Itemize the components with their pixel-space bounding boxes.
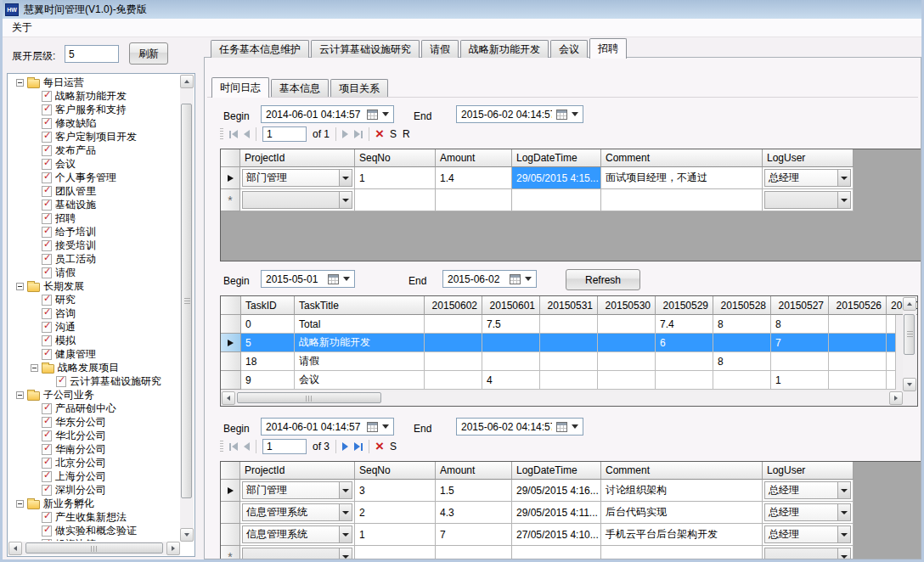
tree-item[interactable]: 云计算基础设施研究: [9, 374, 179, 388]
grid-cell[interactable]: [436, 546, 512, 559]
column-header[interactable]: SeqNo: [355, 462, 436, 480]
move-last-button[interactable]: [354, 442, 363, 451]
tree-item[interactable]: 新业务孵化: [9, 497, 179, 510]
chevron-down-icon[interactable]: [339, 525, 352, 543]
collapse-icon[interactable]: [16, 391, 24, 399]
grid-cell[interactable]: [598, 334, 656, 352]
move-next-button[interactable]: [342, 130, 348, 138]
menu-about[interactable]: 关于: [3, 18, 42, 37]
grid-cell[interactable]: [887, 371, 896, 390]
scroll-left-icon[interactable]: [222, 391, 235, 405]
grid-cell[interactable]: [355, 189, 436, 211]
grid-cell[interactable]: [771, 352, 829, 371]
grid-cell[interactable]: [601, 189, 763, 211]
move-previous-button[interactable]: [244, 442, 250, 451]
grid-cell[interactable]: [482, 352, 540, 371]
tree-item[interactable]: 请假: [9, 266, 179, 279]
grid-cell[interactable]: 1.4: [436, 167, 512, 189]
grid-cell[interactable]: 29/05/2015 4:16...: [512, 480, 601, 502]
column-header[interactable]: SeqNo: [355, 149, 436, 167]
begin-datetime-picker[interactable]: 2014-06-01 04:14:57: [261, 418, 394, 436]
tree-item[interactable]: 咨询: [9, 306, 179, 320]
scroll-down-icon[interactable]: [180, 528, 194, 542]
grid-cell[interactable]: Total: [295, 315, 425, 334]
scroll-up-icon[interactable]: [180, 75, 194, 88]
row-header[interactable]: [221, 480, 240, 502]
grid-cell[interactable]: [887, 352, 896, 371]
end-datetime-picker[interactable]: 2015-06-02 04:14:57: [456, 105, 583, 123]
tree-item[interactable]: 长期发展: [9, 279, 179, 293]
chevron-down-icon[interactable]: [837, 503, 851, 521]
scroll-right-icon[interactable]: [166, 542, 180, 555]
row-header[interactable]: [221, 524, 240, 546]
tab-task-info[interactable]: 任务基本信息维护: [211, 40, 309, 58]
user-combo[interactable]: 总经理: [763, 502, 854, 524]
grid-cell[interactable]: 1.5: [436, 480, 512, 502]
toolbar-grip[interactable]: [220, 128, 223, 141]
grid-cell[interactable]: [482, 334, 540, 352]
chevron-down-icon[interactable]: [339, 191, 352, 209]
column-header[interactable]: Amount: [436, 462, 512, 480]
grid-cell[interactable]: 18: [241, 352, 295, 371]
grid-cell[interactable]: 1: [355, 167, 436, 189]
grid-cell[interactable]: 29/05/2015 4:11...: [512, 502, 601, 524]
tree-item[interactable]: 模拟: [9, 334, 179, 347]
grid-cell[interactable]: [512, 546, 601, 559]
tab-leave[interactable]: 请假: [421, 40, 459, 58]
tab-project-relation[interactable]: 项目关系: [330, 79, 388, 97]
end-datetime-picker[interactable]: 2015-06-02 04:14:57: [456, 418, 583, 436]
tree-item[interactable]: 研究: [9, 293, 179, 306]
grid-cell[interactable]: 8: [713, 352, 771, 371]
tree-item[interactable]: 产生收集新想法: [9, 510, 179, 524]
scroll-left-icon[interactable]: [8, 542, 22, 555]
chevron-down-icon[interactable]: [572, 424, 578, 429]
column-header[interactable]: 20150602: [425, 296, 482, 315]
row-header[interactable]: *: [221, 189, 240, 211]
grid-vertical-scrollbar[interactable]: [903, 297, 916, 391]
grid-cell[interactable]: 27/05/2015 4:10...: [512, 524, 601, 546]
delete-icon[interactable]: ×: [375, 128, 384, 140]
row-header[interactable]: [221, 167, 240, 189]
grid-cell[interactable]: 1: [771, 371, 829, 390]
grid-cell[interactable]: 面试项目经理，不通过: [601, 167, 763, 189]
tab-recruiting[interactable]: 招聘: [589, 38, 627, 59]
move-first-button[interactable]: [229, 442, 238, 451]
grid-cell[interactable]: 7.4: [656, 315, 713, 334]
grid-cell[interactable]: 7: [436, 524, 512, 546]
tree-item[interactable]: 产品研创中心: [9, 402, 179, 415]
tree-item[interactable]: 做实验和概念验证: [9, 524, 179, 537]
grid-cell[interactable]: 讨论组织架构: [601, 480, 763, 502]
tab-meeting[interactable]: 会议: [550, 40, 588, 58]
grid-hscroll-thumb[interactable]: [237, 392, 381, 403]
tree-item[interactable]: 子公司业务: [9, 388, 179, 402]
tree-item[interactable]: 员工活动: [9, 252, 179, 266]
grid-cell[interactable]: [355, 546, 436, 559]
grid-cell[interactable]: 6: [656, 334, 713, 352]
tree-item[interactable]: 会议: [9, 157, 179, 171]
grid-cell[interactable]: [887, 334, 896, 352]
project-combo[interactable]: 部门管理: [240, 480, 355, 502]
grid-cell[interactable]: [656, 352, 713, 371]
column-header[interactable]: 20150530: [598, 296, 656, 315]
grid-cell[interactable]: [598, 371, 656, 390]
chevron-down-icon[interactable]: [382, 112, 389, 116]
save-button[interactable]: S: [390, 128, 397, 140]
collapse-icon[interactable]: [16, 283, 24, 290]
tree-vertical-scrollbar[interactable]: [180, 75, 194, 542]
grid-cell[interactable]: [829, 315, 887, 334]
tree-item[interactable]: 战略发展项目: [9, 361, 179, 374]
tree-vscroll-thumb[interactable]: [181, 104, 192, 498]
tree-item[interactable]: 个人事务管理: [9, 171, 179, 184]
move-next-button[interactable]: [342, 442, 348, 451]
titlebar[interactable]: HW 慧翼时间管理(V1.0)-免费版: [0, 0, 924, 19]
tree-horizontal-scrollbar[interactable]: [8, 542, 180, 555]
grid-cell[interactable]: [656, 371, 713, 390]
tree-item[interactable]: 沟通: [9, 320, 179, 334]
grid-vscroll-thumb[interactable]: [904, 314, 915, 355]
grid-cell[interactable]: 5: [241, 334, 295, 352]
chevron-down-icon[interactable]: [339, 481, 352, 499]
row-header[interactable]: [221, 315, 241, 334]
tree-item[interactable]: 健康管理: [9, 347, 179, 361]
tab-basic-info[interactable]: 基本信息: [271, 79, 329, 97]
user-combo[interactable]: 总经理: [763, 480, 854, 502]
